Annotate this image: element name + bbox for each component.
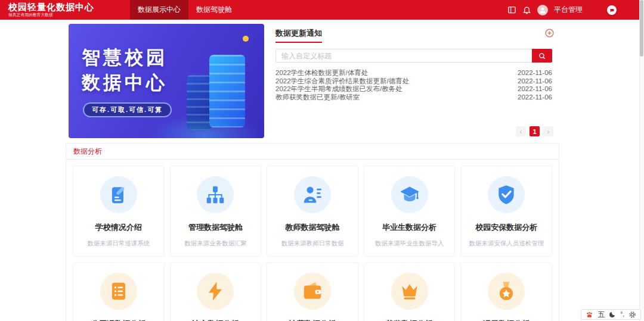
paw-icon[interactable] (586, 311, 593, 319)
notice-item[interactable]: 2022学生体检数据更新/体育处 2022-11-06 (275, 69, 552, 77)
card-title: 论著数据分析 (271, 319, 354, 321)
chat-bubble-icon (609, 8, 615, 13)
decor-dot (243, 36, 249, 42)
card-title: 学校情况介绍 (77, 222, 160, 233)
card-award-analysis[interactable]: 获奖数据分析 数据来源获奖管理系统 (364, 262, 456, 321)
card-teacher-cockpit[interactable]: 教师数据驾驶舱 数据来源教师日常数据 (267, 166, 358, 257)
search-button[interactable] (532, 49, 552, 63)
card-subtitle: 数据来源教师日常数据 (271, 239, 354, 248)
card-openclass-analysis[interactable]: 公开课数据分析 数据来源公开课管理系统 (73, 262, 165, 321)
org-chart-icon (197, 176, 234, 213)
card-monograph-analysis[interactable]: 论著数据分析 数据来源论著登记系统 (267, 262, 358, 321)
card-thesis-analysis[interactable]: 论文数据分析 数据来源论文登记系统 (170, 262, 262, 321)
ime-wubi-label[interactable]: 五 (597, 309, 605, 320)
card-title: 管理数据驾驶舱 (174, 222, 258, 233)
scrollbar-thumb[interactable] (640, 0, 643, 57)
pagination-next[interactable]: › (543, 126, 553, 136)
screen-switch-icon[interactable] (507, 5, 516, 14)
notice-item-date: 2022-11-06 (518, 85, 552, 94)
floating-widget[interactable] (607, 5, 617, 15)
card-title: 教师数据驾驶舱 (271, 222, 354, 233)
card-school-intro[interactable]: 学校情况介绍 数据来源日常巡课系统 (73, 166, 165, 257)
card-project-analysis[interactable]: 课题数据分析 数据来源课题管理系统 (460, 262, 552, 321)
app-logo: 校园轻量化数据中心 做真正有用的教育大数据 (8, 2, 94, 18)
card-subtitle: 数据来源毕业生数据导入 (368, 239, 451, 248)
banner-text: 智慧校园 数据中心 可存.可取.可信.可算 (82, 45, 172, 117)
search-icon (538, 52, 546, 60)
card-title: 校园安保数据分析 (465, 222, 548, 233)
wallet-icon (294, 273, 331, 310)
banner-title-line1: 智慧校园 (82, 45, 172, 70)
ime-punct-label[interactable]: °, (620, 309, 624, 320)
notice-list: 2022学生体检数据更新/体育处 2022-11-06 2022学生综合素质评价… (275, 69, 552, 101)
notice-search (275, 49, 552, 63)
analysis-cards: 学校情况介绍 数据来源日常巡课系统 管理数据驾驶舱 数据来源业务数据汇聚 教师数… (66, 160, 559, 321)
lightning-icon (197, 273, 234, 310)
card-title: 课题数据分析 (465, 319, 548, 321)
notice-item-text: 2022学生体检数据更新/体育处 (275, 69, 368, 77)
header-actions: 平台管理 (507, 0, 583, 20)
list-doc-icon (100, 273, 137, 310)
medal-icon (488, 273, 525, 310)
card-subtitle: 数据来源业务数据汇聚 (174, 239, 258, 248)
nav-tab-data-cockpit[interactable]: 数据驾驶舱 (188, 0, 240, 20)
notice-item-date: 2022-11-06 (518, 77, 552, 86)
analysis-title: 数据分析 (66, 144, 559, 160)
avatar[interactable] (537, 5, 548, 15)
pagination-prev[interactable]: ‹ (516, 126, 526, 136)
graduation-cap-icon (391, 176, 428, 213)
plus-circle-icon[interactable] (544, 28, 555, 38)
pagination: ‹ 1 › (516, 126, 553, 136)
notice-item-date: 2022-11-06 (518, 69, 552, 77)
card-title: 毕业生数据分析 (368, 222, 451, 233)
notice-item-text: 教师获奖数据已更新/教研室 (275, 94, 360, 102)
notice-item-date: 2022-11-06 (518, 94, 552, 102)
bell-icon[interactable] (522, 5, 531, 14)
banner-title-line2: 数据中心 (82, 70, 172, 95)
banner-tagline: 可存.可取.可信.可算 (83, 102, 172, 117)
card-title: 论文数据分析 (174, 319, 258, 321)
app-header: 校园轻量化数据中心 做真正有用的教育大数据 数据展示中心 数据驾驶舱 平台管理 (0, 0, 644, 20)
notice-title: 数据更新通知 (275, 28, 322, 43)
card-subtitle: 数据来源安保人员巡检管理 (465, 239, 548, 248)
notice-item[interactable]: 2022学生综合素质评价结果数据更新/德育处 2022-11-06 (275, 77, 552, 86)
notice-item-text: 2022年学生半期考成绩数据已发布/教务处 (275, 85, 402, 94)
nav-tab-data-display[interactable]: 数据展示中心 (130, 0, 188, 20)
notice-item[interactable]: 教师获奖数据已更新/教研室 2022-11-06 (275, 94, 552, 102)
user-menu-label[interactable]: 平台管理 (554, 5, 583, 15)
pagination-page-1[interactable]: 1 (530, 126, 540, 136)
edit-note-icon (100, 176, 137, 213)
crown-icon (391, 273, 428, 310)
card-title: 获奖数据分析 (368, 319, 451, 321)
card-management-cockpit[interactable]: 管理数据驾驶舱 数据来源业务数据汇聚 (170, 166, 262, 257)
notice-item[interactable]: 2022年学生半期考成绩数据已发布/教务处 2022-11-06 (275, 85, 552, 94)
person-list-icon (294, 176, 331, 213)
search-input[interactable] (275, 49, 532, 63)
app-title: 校园轻量化数据中心 (8, 2, 94, 12)
gear-icon[interactable] (628, 311, 636, 319)
ime-toolbar: 五 °, (581, 309, 641, 320)
card-title: 公开课数据分析 (77, 319, 160, 321)
main-nav: 数据展示中心 数据驾驶舱 (130, 0, 240, 20)
app-subtitle: 做真正有用的教育大数据 (8, 12, 81, 17)
shield-check-icon (488, 176, 525, 213)
notice-panel: 数据更新通知 2022学生体检数据更新/体育处 2022-11-06 2022学… (268, 24, 559, 138)
notice-item-text: 2022学生综合素质评价结果数据更新/德育处 (275, 77, 409, 86)
moon-icon[interactable] (609, 311, 616, 318)
card-security-analysis[interactable]: 校园安保数据分析 数据来源安保人员巡检管理 (460, 166, 552, 257)
card-graduate-analysis[interactable]: 毕业生数据分析 数据来源毕业生数据导入 (364, 166, 456, 257)
hero-banner[interactable]: 智慧校园 数据中心 可存.可取.可信.可算 (69, 24, 264, 138)
scrollbar-track[interactable] (639, 0, 644, 321)
notice-header: 数据更新通知 (268, 24, 559, 43)
analysis-section: 数据分析 学校情况介绍 数据来源日常巡课系统 管理数据驾驶舱 数据来源业务数据汇… (66, 143, 559, 321)
card-subtitle: 数据来源日常巡课系统 (77, 239, 160, 248)
